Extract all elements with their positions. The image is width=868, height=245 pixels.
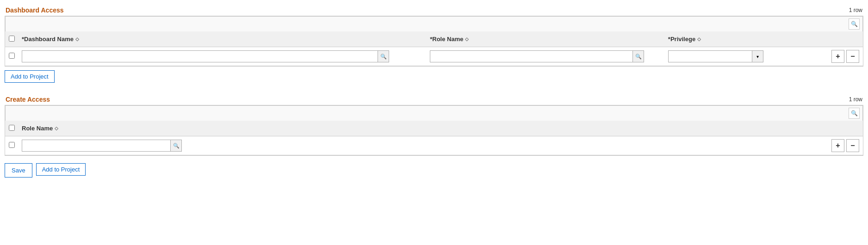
dashboard-access-search-button[interactable]: 🔍 (849, 18, 860, 30)
bottom-buttons: Save Add to Project (5, 159, 863, 178)
create-access-search-button[interactable]: 🔍 (849, 108, 860, 119)
dashboard-name-cell: 🔍 (22, 50, 430, 62)
create-access-add-row-button[interactable]: + (831, 139, 844, 152)
create-access-row-actions: + − (822, 139, 859, 152)
create-access-role-input[interactable] (22, 141, 170, 150)
privilege-cell: Read Write Admin ▾ (668, 50, 787, 62)
role-name-input-wrapper: 🔍 (430, 50, 644, 62)
role-name-cell: 🔍 (430, 50, 668, 62)
create-access-toolbar: 🔍 (5, 105, 863, 121)
dashboard-access-remove-row-button[interactable]: − (846, 50, 859, 63)
dashboard-access-add-row-button[interactable]: + (831, 50, 844, 63)
create-access-header-row: Role Name ◇ (5, 121, 863, 136)
dashboard-access-header: Dashboard Access 1 row (5, 5, 863, 16)
privilege-dropdown-button[interactable]: ▾ (752, 51, 763, 62)
dashboard-access-section: Dashboard Access 1 row 🔍 *Dashboard Name… (5, 5, 863, 85)
search-icon: 🔍 (635, 54, 642, 60)
create-access-row-checkbox[interactable] (9, 142, 15, 148)
search-icon: 🔍 (173, 143, 180, 149)
dashboard-access-select-all-col (9, 36, 22, 43)
privilege-sort-icon: ◇ (697, 37, 701, 42)
dashboard-access-row-checkbox-col (9, 53, 22, 60)
dashboard-name-search-button[interactable]: 🔍 (378, 51, 389, 62)
create-access-role-cell: 🔍 (22, 140, 822, 152)
dashboard-access-row-actions: + − (822, 50, 859, 63)
create-access-select-all-col (9, 125, 22, 132)
search-icon: 🔍 (380, 54, 387, 60)
create-access-section: Create Access 1 row 🔍 Role Name ◇ (5, 94, 863, 178)
create-access-title: Create Access (6, 96, 50, 103)
dashboard-access-add-to-project-button[interactable]: Add to Project (5, 70, 55, 83)
role-name-search-button[interactable]: 🔍 (632, 51, 644, 62)
privilege-select-wrapper: Read Write Admin ▾ (668, 50, 763, 62)
save-button[interactable]: Save (5, 163, 32, 178)
dashboard-access-toolbar: 🔍 (5, 16, 863, 31)
create-access-role-search-button[interactable]: 🔍 (170, 140, 181, 151)
create-access-row-checkbox-col (9, 142, 22, 149)
dashboard-name-input-wrapper: 🔍 (22, 50, 389, 62)
chevron-down-icon: ▾ (756, 54, 759, 59)
dashboard-access-data-row: 🔍 🔍 Read Write Adm (5, 47, 863, 66)
privilege-select[interactable]: Read Write Admin (669, 52, 752, 61)
create-access-role-sort-icon: ◇ (55, 126, 58, 131)
create-access-header: Create Access 1 row (5, 94, 863, 105)
create-access-table: 🔍 Role Name ◇ 🔍 (5, 105, 863, 156)
create-access-row-count: 1 row (849, 96, 862, 103)
privilege-header: *Privilege ◇ (668, 36, 787, 43)
dashboard-access-title: Dashboard Access (6, 6, 64, 14)
dashboard-access-select-all-checkbox[interactable] (9, 36, 15, 42)
dashboard-name-header: *Dashboard Name ◇ (22, 36, 430, 43)
dashboard-access-table: 🔍 *Dashboard Name ◇ *Role Name ◇ *Privil… (5, 16, 863, 67)
dashboard-access-header-row: *Dashboard Name ◇ *Role Name ◇ *Privileg… (5, 31, 863, 47)
role-name-input[interactable] (430, 52, 632, 61)
create-access-data-row: 🔍 + − (5, 136, 863, 155)
search-icon: 🔍 (851, 21, 858, 27)
create-access-select-all-checkbox[interactable] (9, 125, 15, 131)
create-access-add-to-project-button[interactable]: Add to Project (36, 163, 86, 176)
create-access-remove-row-button[interactable]: − (846, 139, 859, 152)
create-access-role-name-header: Role Name ◇ (22, 125, 822, 132)
dashboard-name-sort-icon: ◇ (75, 37, 79, 42)
dashboard-access-row-checkbox[interactable] (9, 53, 15, 59)
search-icon: 🔍 (851, 110, 858, 116)
role-name-sort-icon: ◇ (465, 37, 469, 42)
dashboard-name-input[interactable] (22, 52, 378, 61)
create-access-role-input-wrapper: 🔍 (22, 140, 182, 152)
role-name-header: *Role Name ◇ (430, 36, 668, 43)
dashboard-access-row-count: 1 row (849, 7, 862, 13)
